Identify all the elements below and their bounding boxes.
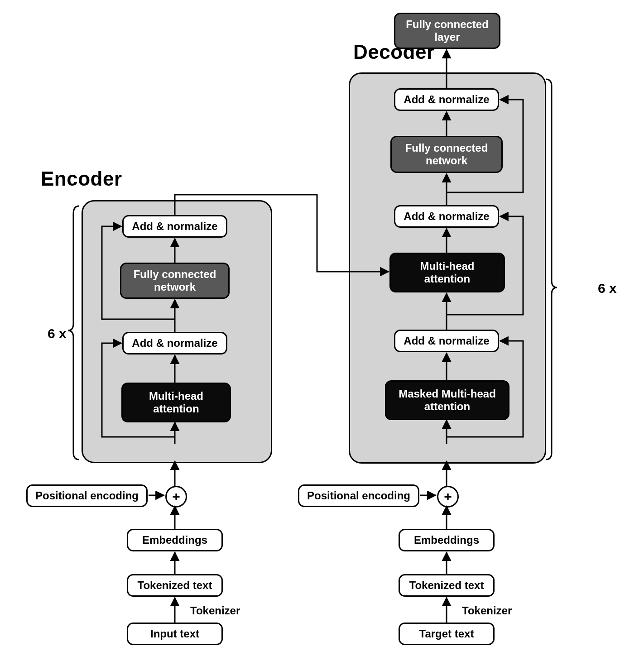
- diagram-canvas: Encoder Decoder 6 x 6 x Fully connectedl…: [0, 0, 644, 661]
- arrows-svg: [0, 0, 644, 661]
